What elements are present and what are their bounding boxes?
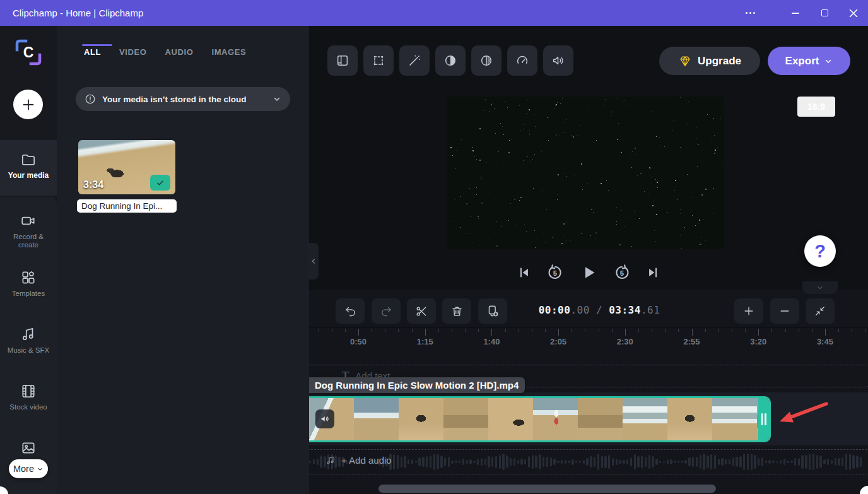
timeline-ruler[interactable]: 0:501:151:402:052:302:553:203:45 — [309, 329, 868, 355]
audio-button[interactable] — [543, 45, 573, 76]
media-tabs: ALL VIDEO AUDIO IMAGES — [84, 47, 246, 57]
video-preview[interactable] — [447, 97, 724, 249]
titlebar: Clipchamp - Home | Clipchamp — [0, 0, 868, 26]
crop-button[interactable] — [363, 45, 394, 76]
svg-text:C: C — [23, 44, 34, 61]
magic-wand-icon — [408, 54, 421, 68]
duplicate-button[interactable] — [478, 298, 507, 324]
export-button[interactable]: Export — [768, 47, 850, 75]
add-audio-placeholder[interactable]: + Add audio — [326, 455, 392, 466]
timeline-horizontal-scrollbar[interactable] — [378, 485, 716, 493]
undo-button[interactable] — [336, 298, 365, 324]
speed-button[interactable] — [507, 45, 537, 76]
auto-enhance-button[interactable] — [399, 45, 430, 76]
rewind-5-button[interactable]: 5 — [546, 263, 565, 282]
sidebar-item-label: Templates — [0, 290, 57, 298]
help-button[interactable]: ? — [804, 235, 836, 267]
check-icon — [155, 179, 165, 187]
more-label: More — [13, 464, 34, 474]
timecode-current: 00:00 — [539, 304, 571, 316]
forward-5-button[interactable]: 5 — [613, 263, 631, 282]
tab-images[interactable]: IMAGES — [211, 47, 246, 57]
zoom-fit-button[interactable] — [806, 298, 835, 324]
clipchamp-logo: C — [13, 37, 44, 68]
media-item-thumbnail[interactable]: 3:34 — [78, 140, 175, 194]
window-maximize-button[interactable] — [810, 0, 839, 26]
media-duration-badge: 3:34 — [83, 179, 103, 191]
music-note-icon — [0, 326, 57, 343]
filters-button[interactable] — [471, 45, 501, 76]
scissors-icon — [415, 305, 428, 318]
upgrade-label: Upgrade — [698, 55, 741, 68]
edit-toolbar — [327, 45, 573, 76]
media-item-name-text: Dog Running In Epi... — [81, 201, 162, 211]
timeline-video-clip[interactable] — [309, 396, 771, 442]
minimize-icon — [792, 13, 799, 14]
skip-start-icon — [517, 266, 531, 279]
clip-filmstrip — [309, 398, 771, 440]
tab-video[interactable]: VIDEO — [119, 47, 146, 57]
sidebar-item-record-create[interactable]: Record & create — [0, 213, 57, 249]
delete-button[interactable] — [442, 298, 471, 324]
rewind-5-icon: 5 — [546, 263, 565, 282]
sidebar-item-your-media[interactable]: Your media — [0, 140, 57, 196]
svg-text:5: 5 — [620, 269, 624, 277]
add-media-button[interactable] — [13, 90, 43, 119]
ellipsis-icon — [746, 12, 755, 14]
tab-audio[interactable]: AUDIO — [165, 47, 194, 57]
active-tab-indicator — [82, 44, 112, 46]
more-button[interactable]: More — [9, 459, 48, 478]
svg-text:5: 5 — [553, 269, 557, 277]
media-item-name: Dog Running In Epi... — [77, 199, 177, 213]
window-title: Clipchamp - Home | Clipchamp — [13, 8, 143, 18]
window-close-button[interactable] — [839, 0, 868, 26]
upgrade-button[interactable]: Upgrade — [659, 47, 760, 75]
clip-audio-badge[interactable] — [315, 409, 334, 428]
window-minimize-button[interactable] — [781, 0, 810, 26]
sidebar-item-music-sfx[interactable]: Music & SFX — [0, 326, 57, 355]
volume-icon — [551, 54, 565, 68]
sidebar: C Your media Record & create Templates — [0, 26, 57, 494]
clip-trim-handle-right[interactable] — [758, 398, 769, 440]
zoom-in-button[interactable] — [734, 298, 763, 324]
sidebar-item-stock-images[interactable] — [0, 440, 57, 456]
added-check-badge — [150, 175, 170, 191]
contrast-icon — [443, 54, 457, 68]
duplicate-icon — [486, 304, 500, 318]
clipchamp-app: Clipchamp - Home | Clipchamp C — [0, 0, 868, 494]
templates-icon — [0, 269, 57, 286]
tab-all[interactable]: ALL — [84, 47, 101, 57]
chevron-left-icon — [310, 257, 317, 265]
maximize-icon — [821, 9, 828, 16]
notice-text: Your media isn’t stored in the cloud — [102, 95, 266, 104]
zoom-out-button[interactable] — [770, 298, 799, 324]
split-button[interactable] — [407, 298, 436, 324]
window-more-button[interactable] — [736, 0, 765, 26]
panel-collapse-handle[interactable] — [308, 243, 319, 279]
skip-to-end-button[interactable] — [646, 266, 660, 279]
clip-name-tooltip: Dog Running In Epic Slow Motion 2 [HD].m… — [309, 377, 525, 393]
collapse-preview-tab[interactable] — [802, 281, 838, 294]
skip-to-start-button[interactable] — [517, 266, 531, 279]
redo-button[interactable] — [372, 298, 401, 324]
chevron-down-icon — [816, 284, 824, 291]
cloud-storage-notice[interactable]: Your media isn’t stored in the cloud — [76, 87, 290, 111]
sidebar-item-templates[interactable]: Templates — [0, 269, 57, 298]
adjust-colors-button[interactable] — [435, 45, 466, 76]
timecode-current-frac: .00 — [570, 304, 589, 316]
preview-pane: Upgrade Export 16:9 5 5 ? — [309, 26, 868, 290]
plus-icon — [21, 97, 36, 112]
aspect-ratio-button[interactable]: 16:9 — [797, 97, 835, 117]
layout-button[interactable] — [327, 45, 358, 76]
chevron-down-icon — [273, 95, 281, 103]
sidebar-item-label: Record & create — [0, 233, 57, 249]
sidebar-item-stock-video[interactable]: Stock video — [0, 383, 57, 411]
chevron-down-icon — [37, 466, 44, 473]
play-button[interactable] — [579, 263, 598, 282]
speed-gauge-icon — [515, 54, 529, 68]
sidebar-item-label: Music & SFX — [0, 346, 57, 355]
forward-5-icon: 5 — [613, 263, 631, 282]
redo-icon — [380, 305, 393, 318]
timecode-separator: / — [590, 304, 609, 316]
image-icon — [0, 440, 57, 456]
